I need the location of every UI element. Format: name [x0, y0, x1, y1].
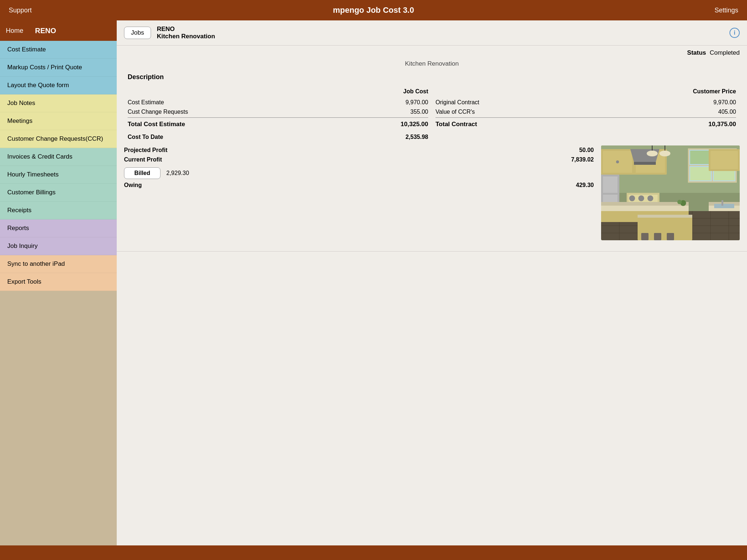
- customer-price-header-row: Customer Price: [436, 88, 736, 98]
- bottom-bar: [0, 545, 747, 560]
- svg-point-45: [647, 151, 658, 156]
- fin-divider-left: [128, 117, 428, 118]
- cost-estimate-value: 9,970.00: [395, 99, 428, 106]
- sidebar-item-cost-estimate[interactable]: Cost Estimate: [0, 41, 117, 59]
- svg-rect-55: [711, 151, 738, 169]
- job-reno-label: RENO: [157, 26, 215, 33]
- sidebar-item-meetings[interactable]: Meetings: [0, 112, 117, 130]
- content-top-bar: Jobs RENO Kitchen Renovation i: [117, 20, 747, 46]
- support-link[interactable]: Support: [9, 7, 53, 14]
- sidebar-item-timesheets[interactable]: Hourly Timesheets: [0, 166, 117, 184]
- fin-divider-right: [436, 117, 736, 118]
- cust-change-value: 355.00: [395, 109, 428, 115]
- original-contract-label: Original Contract: [436, 99, 479, 106]
- kitchen-photo: [601, 145, 740, 240]
- sidebar-item-markup-costs[interactable]: Markup Costs / Print Quote: [0, 59, 117, 77]
- cust-change-row: Cust Change Requests 355.00: [128, 107, 428, 117]
- content-separator: [117, 251, 747, 252]
- bottom-section: Projected Profit 50.00 Current Profit 7,…: [117, 142, 747, 248]
- svg-rect-42: [654, 233, 661, 240]
- owing-value: 429.30: [576, 182, 594, 188]
- sidebar-reno-label: RENO: [35, 27, 56, 35]
- job-cost-column: Job Cost Cost Estimate 9,970.00 Cust Cha…: [124, 88, 432, 142]
- cost-to-date-row: Cost To Date 2,535.98: [128, 132, 428, 142]
- cost-estimate-label: Cost Estimate: [128, 99, 164, 106]
- app-title: mpengo Job Cost 3.0: [53, 5, 694, 15]
- original-contract-row: Original Contract 9,970.00: [436, 98, 736, 107]
- total-contract-label: Total Contract: [436, 121, 477, 128]
- svg-point-53: [677, 200, 682, 204]
- projected-profit-label: Projected Profit: [124, 147, 167, 153]
- current-profit-label: Current Profit: [124, 156, 162, 163]
- cust-change-label: Cust Change Requests: [128, 109, 188, 115]
- value-ccr-label: Value of CCR's: [436, 109, 475, 115]
- total-cost-value: 10,325.00: [400, 121, 428, 128]
- sidebar-section-teal: Invoices & Credit Cards Hourly Timesheet…: [0, 148, 117, 219]
- svg-rect-27: [603, 176, 618, 193]
- projected-profit-row: Projected Profit 50.00: [124, 145, 594, 155]
- svg-rect-50: [714, 204, 734, 208]
- owing-label: Owing: [124, 182, 142, 188]
- main-layout: Home RENO Cost Estimate Markup Costs / P…: [0, 20, 747, 545]
- total-contract-value: 10,375.00: [708, 121, 736, 128]
- customer-price-header: Customer Price: [692, 88, 736, 95]
- owing-row: Owing 429.30: [124, 180, 594, 190]
- sidebar-section-peach: Sync to another iPad Export Tools: [0, 255, 117, 291]
- sidebar-header: Home RENO: [0, 20, 117, 41]
- svg-point-47: [659, 151, 670, 156]
- job-cost-header-row: Job Cost: [128, 88, 428, 98]
- current-profit-row: Current Profit 7,839.02: [124, 155, 594, 164]
- sidebar-item-ccr[interactable]: Customer Change Requests(CCR): [0, 130, 117, 148]
- svg-rect-41: [641, 233, 649, 240]
- svg-rect-17: [690, 151, 711, 164]
- sidebar-section-purple: Reports Job Inquiry: [0, 219, 117, 255]
- sidebar-item-layout-quote[interactable]: Layout the Quote form: [0, 77, 117, 94]
- svg-rect-37: [601, 206, 689, 211]
- customer-price-column: Customer Price Original Contract 9,970.0…: [432, 88, 740, 142]
- cost-to-date-value: 2,535.98: [406, 134, 428, 140]
- sidebar-item-invoices[interactable]: Invoices & Credit Cards: [0, 148, 117, 166]
- status-row: Status Completed: [117, 46, 747, 58]
- info-icon[interactable]: i: [729, 28, 740, 38]
- sidebar-section-yellow: Job Notes Meetings Customer Change Reque…: [0, 94, 117, 148]
- settings-link[interactable]: Settings: [694, 7, 738, 14]
- original-contract-value: 9,970.00: [703, 99, 736, 106]
- sidebar-item-reports[interactable]: Reports: [0, 219, 117, 237]
- sidebar-item-export-tools[interactable]: Export Tools: [0, 273, 117, 291]
- billed-button[interactable]: Billed: [124, 167, 160, 179]
- svg-point-34: [638, 195, 644, 201]
- sidebar-item-receipts[interactable]: Receipts: [0, 202, 117, 219]
- sidebar-item-job-inquiry[interactable]: Job Inquiry: [0, 237, 117, 255]
- svg-point-35: [647, 195, 653, 201]
- billed-value: 2,929.30: [166, 170, 189, 176]
- sidebar-home-link[interactable]: Home: [6, 27, 23, 35]
- cost-estimate-row: Cost Estimate 9,970.00: [128, 98, 428, 107]
- description-label: Description: [117, 70, 747, 85]
- svg-rect-40: [638, 215, 692, 218]
- billed-row: Billed 2,929.30: [124, 164, 594, 180]
- total-cost-row: Total Cost Estimate 10,325.00: [128, 119, 428, 132]
- status-value: Completed: [710, 49, 740, 57]
- projected-profit-value: 50.00: [579, 147, 594, 153]
- job-name-label: Kitchen Renovation: [157, 33, 215, 40]
- sidebar: Home RENO Cost Estimate Markup Costs / P…: [0, 20, 117, 545]
- sidebar-item-sync[interactable]: Sync to another iPad: [0, 255, 117, 273]
- sidebar-section-blue: Cost Estimate Markup Costs / Print Quote…: [0, 41, 117, 94]
- svg-rect-51: [721, 200, 723, 206]
- value-ccr-value: 405.00: [703, 109, 736, 115]
- current-profit-value: 7,839.02: [571, 156, 594, 163]
- sidebar-item-job-notes[interactable]: Job Notes: [0, 94, 117, 112]
- sidebar-item-billings[interactable]: Customer Billings: [0, 184, 117, 202]
- svg-point-33: [629, 195, 635, 201]
- job-cost-header: Job Cost: [384, 88, 428, 95]
- cost-to-date-label: Cost To Date: [128, 134, 163, 140]
- total-contract-row: Total Contract 10,375.00: [436, 119, 736, 132]
- profit-section: Projected Profit 50.00 Current Profit 7,…: [124, 145, 594, 190]
- total-cost-label: Total Cost Estimate: [128, 121, 185, 128]
- status-label: Status: [687, 49, 706, 57]
- svg-rect-30: [634, 162, 656, 165]
- jobs-button[interactable]: Jobs: [124, 27, 151, 39]
- content-area: Jobs RENO Kitchen Renovation i Status Co…: [117, 20, 747, 545]
- top-nav-bar: Support mpengo Job Cost 3.0 Settings: [0, 0, 747, 20]
- job-title-block: RENO Kitchen Renovation: [157, 26, 215, 40]
